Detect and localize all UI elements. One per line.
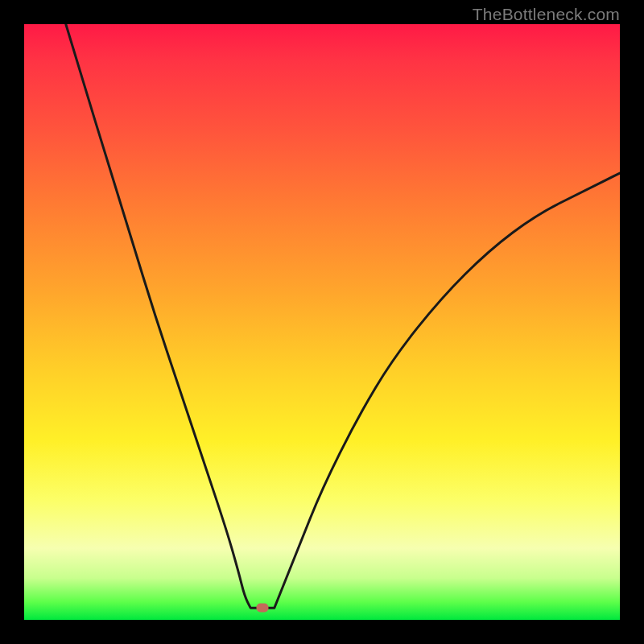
chart-frame: TheBottleneck.com [0,0,644,644]
valley-marker [257,604,269,613]
plot-area [24,24,620,620]
watermark-text: TheBottleneck.com [473,5,620,24]
bottleneck-curve [24,24,620,620]
